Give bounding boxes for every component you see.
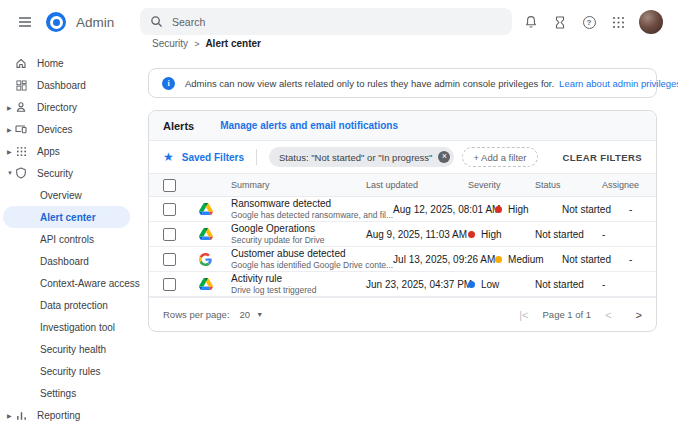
assignee-value: - — [629, 254, 657, 265]
shield-icon — [14, 167, 28, 179]
status-value: Not started — [535, 229, 602, 240]
app-title: Admin — [76, 15, 114, 30]
assignee-value: - — [629, 204, 657, 215]
sidebar-item-dashboard[interactable]: Dashboard — [0, 74, 148, 96]
column-severity: Severity — [468, 180, 535, 190]
table-row[interactable]: Ransomware detected Google has detected … — [149, 197, 656, 222]
notifications-bell-icon[interactable] — [523, 14, 539, 30]
breadcrumb-current: Alert center — [205, 38, 261, 49]
row-checkbox[interactable] — [163, 228, 176, 241]
search-input[interactable] — [172, 16, 502, 28]
table-row[interactable]: Google Operations Security update for Dr… — [149, 222, 656, 247]
first-page-button[interactable]: |< — [519, 309, 528, 321]
search-bar[interactable] — [140, 8, 512, 35]
alert-title: Activity rule — [231, 273, 366, 285]
remove-filter-icon[interactable]: × — [438, 151, 450, 163]
search-icon — [150, 15, 163, 28]
breadcrumb: Security > Alert center — [152, 38, 261, 49]
sidebar-item-overview[interactable]: Overview — [3, 184, 130, 206]
saved-filters-button[interactable]: Saved Filters — [182, 152, 244, 163]
last-updated-value: Jul 13, 2025, 09:26 AM — [393, 254, 495, 265]
previous-page-button[interactable]: < — [605, 309, 611, 321]
alert-subtitle: Google has identified Google Drive conte… — [231, 260, 393, 270]
severity-dot — [468, 231, 475, 238]
assignee-value: - — [602, 229, 642, 240]
top-bar: Admin ? — [0, 0, 678, 44]
sidebar-item-context-aware-access[interactable]: Context-Aware access — [3, 272, 130, 294]
table-header-row: Summary Last updated Severity Status Ass… — [149, 173, 656, 197]
sidebar-item-data-protection[interactable]: Data protection — [3, 294, 130, 316]
next-page-button[interactable]: > — [636, 309, 642, 321]
alerts-title: Alerts — [163, 120, 194, 132]
table-row[interactable]: Activity rule Drive log test triggered J… — [149, 272, 656, 297]
sidebar-item-billing[interactable]: ▶ Billing — [0, 426, 148, 430]
admin-logo-icon — [46, 12, 66, 32]
sidebar-item-settings[interactable]: Settings — [3, 382, 130, 404]
table-row[interactable]: Customer abuse detected Google has ident… — [149, 247, 656, 272]
severity-value: High — [508, 204, 529, 215]
sidebar-item-alert-center[interactable]: Alert center — [3, 206, 130, 228]
chevron-right-icon: ▶ — [0, 412, 14, 419]
rows-per-page-label: Rows per page: — [163, 309, 230, 320]
chevron-down-icon: ▼ — [256, 311, 263, 318]
learn-about-admin-privileges-link[interactable]: Learn about admin privileges — [559, 78, 678, 89]
menu-icon[interactable] — [18, 16, 32, 28]
sidebar-item-investigation-tool[interactable]: Investigation tool — [3, 316, 130, 338]
column-status: Status — [535, 180, 602, 190]
directory-person-icon — [14, 101, 28, 113]
sidebar-nav: Home Dashboard ▶ Directory ▶ Devices ▶ A… — [0, 50, 148, 430]
star-icon: ★ — [163, 151, 174, 163]
sidebar-item-directory[interactable]: ▶ Directory — [0, 96, 148, 118]
severity-value: Medium — [508, 254, 544, 265]
status-value: Not started — [535, 279, 602, 290]
severity-dot — [468, 281, 475, 288]
dashboard-icon — [14, 80, 28, 91]
alert-title: Google Operations — [231, 223, 366, 235]
breadcrumb-separator: > — [194, 39, 199, 49]
rows-per-page-dropdown[interactable]: 20 ▼ — [240, 309, 264, 320]
assignee-value: - — [602, 279, 642, 290]
sidebar-item-security-rules[interactable]: Security rules — [3, 360, 130, 382]
page-info: Page 1 of 1 — [543, 309, 592, 320]
severity-value: Low — [481, 279, 499, 290]
apps-grid-icon[interactable] — [610, 14, 626, 30]
alerts-card-header: Alerts Manage alerts and email notificat… — [149, 111, 656, 141]
google-drive-icon — [199, 228, 231, 241]
tasks-hourglass-icon[interactable] — [552, 14, 568, 30]
last-updated-value: Aug 9, 2025, 11:03 AM — [366, 229, 468, 240]
sidebar-item-security[interactable]: ▼ Security — [0, 162, 148, 184]
status-filter-chip[interactable]: Status: "Not started" or "In progress" × — [269, 147, 454, 167]
add-filter-button[interactable]: + Add a filter — [462, 147, 537, 167]
row-checkbox[interactable] — [163, 253, 176, 266]
select-all-checkbox[interactable] — [163, 179, 176, 192]
manage-alerts-link[interactable]: Manage alerts and email notifications — [220, 120, 398, 131]
alert-title: Ransomware detected — [231, 198, 393, 210]
last-updated-value: Jun 23, 2025, 04:37 PM — [366, 279, 468, 290]
chevron-right-icon: ▶ — [0, 126, 14, 133]
column-assignee: Assignee — [602, 180, 642, 190]
help-icon[interactable]: ? — [581, 14, 597, 30]
user-avatar[interactable] — [639, 10, 663, 34]
column-last-updated: Last updated — [366, 180, 468, 190]
severity-dot — [495, 206, 502, 213]
google-drive-icon — [199, 278, 231, 291]
alert-subtitle: Drive log test triggered — [231, 285, 366, 295]
sidebar-item-security-health[interactable]: Security health — [3, 338, 130, 360]
sidebar-item-reporting[interactable]: ▶ Reporting — [0, 404, 148, 426]
clear-filters-button[interactable]: CLEAR FILTERS — [563, 152, 642, 163]
sidebar-item-home[interactable]: Home — [0, 52, 148, 74]
breadcrumb-security-link[interactable]: Security — [152, 38, 188, 49]
sidebar-item-api-controls[interactable]: API controls — [3, 228, 130, 250]
info-icon: i — [162, 77, 175, 90]
sidebar-item-apps[interactable]: ▶ Apps — [0, 140, 148, 162]
apps-icon — [14, 146, 28, 157]
sidebar-item-security-dashboard[interactable]: Dashboard — [3, 250, 130, 272]
chevron-right-icon: ▶ — [0, 104, 14, 111]
status-value: Not started — [562, 204, 629, 215]
sidebar-item-devices[interactable]: ▶ Devices — [0, 118, 148, 140]
banner-message: Admins can now view alerts related only … — [185, 78, 554, 89]
row-checkbox[interactable] — [163, 203, 176, 216]
divider — [256, 149, 257, 165]
row-checkbox[interactable] — [163, 278, 176, 291]
home-icon — [14, 57, 28, 69]
